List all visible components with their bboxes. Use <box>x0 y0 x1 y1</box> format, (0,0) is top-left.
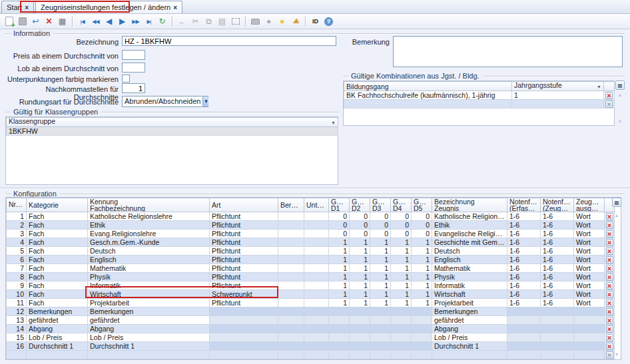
konfiguration-row[interactable]: 11 Fach Projektarbeit Pflichtunt 1 1 1 1… <box>7 299 615 307</box>
delete-row-button[interactable]: ✕ <box>606 222 613 229</box>
scroll-down-icon[interactable]: ▾ <box>616 118 624 124</box>
column-header-unterbereich[interactable]: Unterbereich <box>304 198 329 212</box>
delete-row-button[interactable]: ✕ <box>606 282 613 289</box>
bezeichnung-input[interactable] <box>122 36 336 46</box>
cut-button[interactable]: ✂ <box>189 15 202 28</box>
konfiguration-row[interactable]: 6 Fach Englisch Pflichtunt 1 1 1 1 1 Eng… <box>7 256 615 264</box>
filter-arrow-icon[interactable]: ▼ <box>597 84 601 91</box>
chevron-down-icon[interactable]: ▼ <box>202 96 208 106</box>
column-header-gewicht-d3[interactable]: Gewicht D3 <box>370 198 391 212</box>
paste-button[interactable]: ▤ <box>216 15 228 28</box>
undo-button[interactable]: ↩ <box>29 15 42 28</box>
scroll-down-icon[interactable]: ▾ <box>613 351 621 357</box>
delete-row-button[interactable]: ✕ <box>606 239 613 246</box>
column-header-gewicht-d5[interactable]: Gewicht D5 <box>412 198 432 212</box>
column-header-jahrgangsstufe[interactable]: Jahrgangsstufe▼ <box>512 82 604 91</box>
delete-row-button[interactable]: ✕ <box>606 265 613 272</box>
konfiguration-row[interactable]: 12 Bemerkungen Bemerkungen Bemerkungen <box>7 307 615 316</box>
delete-button[interactable]: ✕ <box>43 15 55 28</box>
close-icon[interactable]: × <box>173 4 177 11</box>
scroll-up-icon[interactable]: ▴ <box>616 92 624 98</box>
konfiguration-row[interactable]: 14 Abgang Abgang Abgang ✕ <box>7 325 615 333</box>
copy-button[interactable]: ⧉ <box>202 15 215 28</box>
fast-forward-button[interactable]: ▶▶ <box>129 15 142 28</box>
column-header-gewicht-d1[interactable]: Gewicht D1 <box>329 198 350 212</box>
print-button[interactable] <box>249 15 262 28</box>
column-header-gewicht-d2[interactable]: Gewicht D2 <box>350 198 370 212</box>
konfiguration-row[interactable]: 4 Fach Gesch.m.Gem.-Kunde Pflichtunt 1 1… <box>7 238 615 247</box>
column-header-kategorie[interactable]: Kategorie <box>27 198 88 212</box>
close-icon[interactable]: × <box>25 4 29 11</box>
delete-row-button[interactable]: ✕ <box>606 334 613 341</box>
column-chooser-button[interactable]: ▦ <box>612 198 621 207</box>
delete-row-button[interactable]: ✕ <box>606 299 613 307</box>
id-button[interactable]: ID <box>309 15 322 28</box>
filter-arrow-icon[interactable]: ▼ <box>331 120 336 126</box>
unterpunktungen-checkbox[interactable] <box>122 75 130 83</box>
cell-notenformat-erfassung: 1-6 <box>507 221 541 230</box>
delete-row-button[interactable]: ✕ <box>606 343 613 350</box>
delete-row-button[interactable]: ✕ <box>606 273 613 281</box>
delete-row-button[interactable]: ✕ <box>606 325 613 333</box>
new-record-button[interactable] <box>3 15 15 28</box>
save-button[interactable] <box>16 15 29 28</box>
first-record-button[interactable]: |◀ <box>76 15 89 28</box>
konfiguration-row[interactable]: 9 Fach Informatik Pflichtunt 1 1 1 1 1 I… <box>7 281 615 290</box>
next-record-button[interactable]: ▶ <box>116 15 129 28</box>
tab-zeugniseinstellungen[interactable]: Zeugniseinstellungen festlegen / ändern … <box>35 1 182 13</box>
help-button[interactable]: ? <box>322 15 335 28</box>
navigate-back-button[interactable]: ← <box>176 15 188 28</box>
konfiguration-row[interactable]: 10 Fach Wirtschaft Schwerpunkt 1 1 1 1 1… <box>7 290 615 299</box>
klassengruppe-row[interactable]: 1BKFHW <box>7 127 338 136</box>
konfiguration-row[interactable]: 15 Lob / Preis Lob / Preis Lob / Preis <box>7 333 615 342</box>
column-header-kennung[interactable]: Kennung Fachbezeichnung <box>88 198 210 212</box>
hint-button[interactable]: ● <box>276 15 288 28</box>
konfiguration-row[interactable]: 5 Fach Deutsch Pflichtunt 1 1 1 1 1 Deut… <box>7 247 615 256</box>
nachkommastellen-input[interactable] <box>122 83 145 93</box>
preview-button[interactable]: ● <box>262 15 275 28</box>
lob-input[interactable] <box>122 63 145 73</box>
konfiguration-row[interactable]: 8 Fach Physik Pflichtunt 1 1 1 1 1 Physi… <box>7 273 615 281</box>
scroll-up-icon[interactable]: ▴ <box>613 212 621 218</box>
column-header-zeugnisausgabe[interactable]: Zeugnis- ausgabe <box>574 198 605 212</box>
column-header-gewicht-d4[interactable]: Gewicht D4 <box>391 198 412 212</box>
column-header-bezeichnung-zeugnis[interactable]: Bezeichnung Zeugnis <box>432 198 507 212</box>
column-header-nr[interactable]: Nr.▲ <box>7 198 27 212</box>
tab-start[interactable]: Start × <box>1 1 34 13</box>
bemerkung-textarea[interactable] <box>393 36 623 67</box>
previous-record-button[interactable]: ◀ <box>103 15 115 28</box>
delete-row-button[interactable]: ✕ <box>606 317 613 324</box>
konfiguration-row[interactable]: 16 Durchschnitt 1 Durchschnitt 1 Durchsc… <box>7 342 615 351</box>
delete-row-button[interactable]: ✕ <box>605 92 613 99</box>
delete-row-button[interactable]: ✕ <box>606 213 613 220</box>
column-header-notenformat-zeugnisdruck[interactable]: Notenformat (Zeugnisdruck) <box>541 198 574 212</box>
konfiguration-row[interactable]: 13 gefährdet gefährdet gefährdet ✕ <box>7 316 615 325</box>
kombination-row[interactable]: BK Fachhochschulreife (kaufmännisch), 1-… <box>344 91 615 100</box>
konfiguration-row[interactable]: 7 Fach Mathematik Pflichtunt 1 1 1 1 1 M… <box>7 264 615 273</box>
konfiguration-row[interactable]: 2 Fach Ethik Pflichtunt 0 0 0 0 0 Ethik … <box>7 221 615 230</box>
delete-row-button[interactable]: ✕ <box>606 230 613 238</box>
cell-unterbereich <box>304 333 329 342</box>
column-header-klassengruppe[interactable]: Klassengruppe▼ <box>7 118 338 127</box>
select-marquee-button[interactable] <box>229 15 242 28</box>
rundungsart-dropdown[interactable]: Abrunden/Abschneiden ▼ <box>122 96 208 107</box>
refresh-button[interactable]: ↻ <box>156 15 168 28</box>
delete-row-button[interactable]: ✕ <box>606 308 613 315</box>
column-header-art[interactable]: Art <box>210 198 278 212</box>
konfiguration-row[interactable]: 1 Fach Katholische Religionslehre Pflich… <box>7 212 615 221</box>
konfiguration-empty-row[interactable]: ✕ <box>7 351 615 359</box>
delete-row-button[interactable]: ✕ <box>606 248 613 255</box>
konfiguration-row[interactable]: 3 Fach Evang.Religionslehre Pflichtunt 0… <box>7 230 615 238</box>
delete-row-button[interactable]: ✕ <box>606 256 613 264</box>
last-record-button[interactable]: ▶| <box>143 15 155 28</box>
edit-form-button[interactable]: ▦ <box>56 15 69 28</box>
kombination-empty-row[interactable]: ✕ <box>344 100 615 108</box>
notification-button[interactable]: ◀ <box>289 15 302 28</box>
delete-row-button[interactable]: ✕ <box>606 291 613 298</box>
column-header-notenformat-erfassung[interactable]: Notenformat (Erfassung) <box>507 198 541 212</box>
preis-input[interactable] <box>122 50 145 60</box>
column-chooser-button[interactable]: ▦ <box>615 81 625 90</box>
column-header-bildungsgang[interactable]: Bildungsgang <box>344 82 512 91</box>
column-header-bereich[interactable]: Bereich <box>278 198 304 212</box>
fast-backward-button[interactable]: ◀◀ <box>89 15 102 28</box>
